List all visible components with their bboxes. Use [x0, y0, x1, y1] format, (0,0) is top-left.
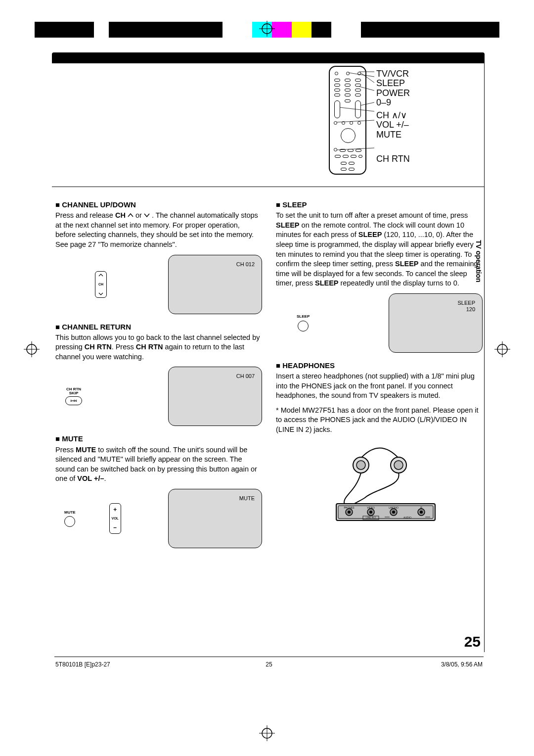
svg-point-23	[394, 461, 403, 470]
registration-mark-icon	[259, 725, 275, 741]
svg-line-16	[360, 102, 374, 105]
sleep-button-icon: SLEEP	[297, 314, 310, 331]
headphones-figure: PHONES VIDEO L/MONO R LINE IN 2 AUDIO	[306, 439, 444, 523]
svg-line-17	[340, 107, 374, 111]
svg-point-21	[356, 461, 365, 470]
remote-outline-icon	[329, 66, 366, 175]
mute-button-icon: MUTE	[64, 510, 76, 527]
remote-diagram-area: TV/VCR SLEEP POWER 0–9 CH ∧/∨ VOL +/– MU…	[52, 63, 485, 187]
note-headphones: * Model MW27F51 has a door on the front …	[276, 406, 483, 435]
fig-channel-updown: CH CH 012	[55, 255, 262, 314]
footer-file: 5T80101B [E]p23-27	[55, 661, 110, 668]
svg-point-31	[392, 511, 395, 514]
ch-rocker-icon: CH	[95, 271, 107, 298]
registration-mark-icon	[24, 341, 40, 357]
svg-text:PHONES: PHONES	[344, 506, 355, 509]
heading-sleep: SLEEP	[276, 200, 483, 210]
svg-point-33	[420, 511, 423, 514]
footer-timestamp: 3/8/05, 9:56 AM	[441, 661, 483, 668]
remote-labels: TV/VCR SLEEP POWER 0–9 CH ∧/∨ VOL +/– MU…	[376, 69, 410, 164]
left-column: CHANNEL UP/DOWN Press and release CH or …	[55, 198, 262, 642]
fig-channel-return: CH RTN SKIP ▹◃◃ CH 007	[55, 367, 262, 426]
svg-text:VIDEO: VIDEO	[367, 506, 375, 509]
registration-mark-icon	[494, 341, 510, 357]
footer-page: 25	[266, 661, 272, 668]
remote-label-ch: CH ∧/∨	[376, 111, 410, 120]
heading-mute: MUTE	[55, 434, 262, 444]
osd-sleep: SLEEP120	[458, 300, 475, 313]
heading-channel-updown: CHANNEL UP/DOWN	[55, 200, 262, 210]
svg-text:R: R	[420, 506, 422, 509]
remote-label-numbers: 0–9	[376, 98, 410, 107]
svg-text:L/MONO: L/MONO	[389, 506, 399, 509]
fig-sleep: SLEEP SLEEP120	[276, 293, 483, 353]
heading-headphones: HEADPHONES	[276, 361, 483, 371]
footer-rule	[54, 657, 484, 657]
svg-line-19	[337, 148, 374, 150]
remote-label-sleep: SLEEP	[376, 79, 410, 88]
remote-label-chrtn: CH RTN	[376, 154, 410, 164]
right-rule	[484, 63, 485, 652]
para-channel-return: This button allows you to go back to the…	[55, 333, 262, 362]
para-headphones: Insert a stereo headphones (not supplied…	[276, 372, 483, 401]
page-body: CHANNEL UP/DOWN Press and release CH or …	[55, 198, 483, 642]
heading-channel-return: CHANNEL RETURN	[55, 322, 262, 332]
vol-rocker-icon: + VOL –	[109, 503, 121, 534]
fig-mute: MUTE + VOL – MUTE	[55, 489, 262, 548]
right-column: SLEEP To set the unit to turn off after …	[276, 198, 483, 642]
remote-label-power: POWER	[376, 89, 410, 98]
page-header-band	[52, 52, 485, 63]
svg-line-15	[359, 87, 374, 91]
tv-screen-sleep: SLEEP120	[389, 293, 483, 353]
page-number: 25	[464, 633, 481, 650]
tv-screen-mute: MUTE	[168, 489, 262, 548]
tv-screen-ch007: CH 007	[168, 367, 262, 426]
registration-mark-icon	[259, 21, 275, 37]
svg-point-29	[369, 511, 372, 514]
tv-screen-ch012: CH 012	[168, 255, 262, 314]
ch-rtn-button-icon: CH RTN SKIP ▹◃◃	[65, 387, 82, 405]
svg-point-27	[348, 511, 351, 514]
footer: 5T80101B [E]p23-27 25 3/8/05, 9:56 AM	[55, 661, 483, 668]
osd-mute: MUTE	[239, 495, 255, 502]
svg-text:LINE IN 2: LINE IN 2	[366, 517, 376, 519]
para-channel-updown: Press and release CH or . The channel au…	[55, 211, 262, 249]
svg-text:AUDIO: AUDIO	[403, 516, 411, 519]
para-sleep: To set the unit to turn off after a pres…	[276, 211, 483, 288]
remote-label-vol: VOL +/–	[376, 120, 410, 130]
remote-label-mute: MUTE	[376, 130, 410, 140]
osd-ch007: CH 007	[236, 373, 255, 379]
osd-ch012: CH 012	[236, 261, 255, 268]
remote-label-tvvcr: TV/VCR	[376, 69, 410, 79]
svg-line-18	[337, 120, 374, 122]
svg-line-14	[360, 73, 374, 83]
para-mute: Press MUTE to switch off the sound. The …	[55, 445, 262, 484]
